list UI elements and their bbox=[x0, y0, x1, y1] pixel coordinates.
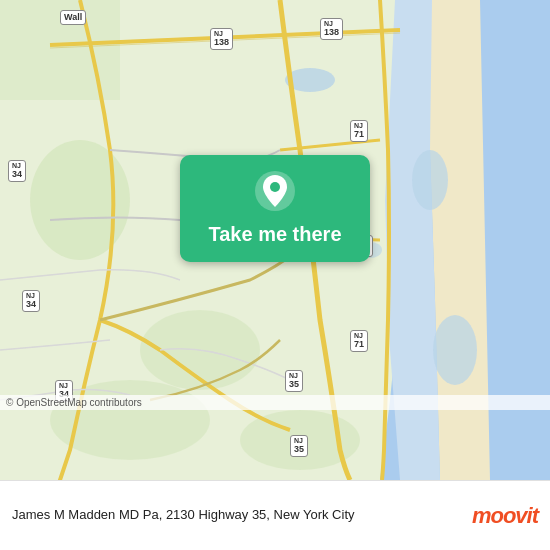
address-section: James M Madden MD Pa, 2130 Highway 35, N… bbox=[12, 507, 472, 524]
svg-point-6 bbox=[433, 315, 477, 385]
location-pin-icon bbox=[253, 169, 297, 213]
route-badge-nj35: NJ35 bbox=[285, 370, 303, 392]
address-text: James M Madden MD Pa, 2130 Highway 35, N… bbox=[12, 507, 472, 524]
take-me-there-button[interactable]: Take me there bbox=[180, 155, 370, 262]
route-badge-nj71-top: NJ71 bbox=[350, 120, 368, 142]
route-badge-nj138-right: NJ138 bbox=[320, 18, 343, 40]
route-badge-nj35-b: NJ35 bbox=[290, 435, 308, 457]
moovit-logo-icon: moovit bbox=[472, 503, 538, 529]
svg-point-16 bbox=[270, 182, 280, 192]
route-badge-wall: Wall bbox=[60, 10, 86, 25]
bottom-bar: James M Madden MD Pa, 2130 Highway 35, N… bbox=[0, 480, 550, 550]
svg-point-5 bbox=[412, 150, 448, 210]
map-container: Wall NJ138 NJ138 NJ34 NJ34 NJ34 NJ71 NJ7… bbox=[0, 0, 550, 480]
map-attribution: © OpenStreetMap contributors bbox=[0, 395, 550, 410]
moovit-logo: moovit bbox=[472, 503, 538, 529]
route-badge-nj34-mid: NJ34 bbox=[22, 290, 40, 312]
take-me-there-label: Take me there bbox=[208, 223, 341, 246]
route-badge-nj71-bot: NJ71 bbox=[350, 330, 368, 352]
route-badge-nj34-top: NJ34 bbox=[8, 160, 26, 182]
route-badge-nj138-left: NJ138 bbox=[210, 28, 233, 50]
